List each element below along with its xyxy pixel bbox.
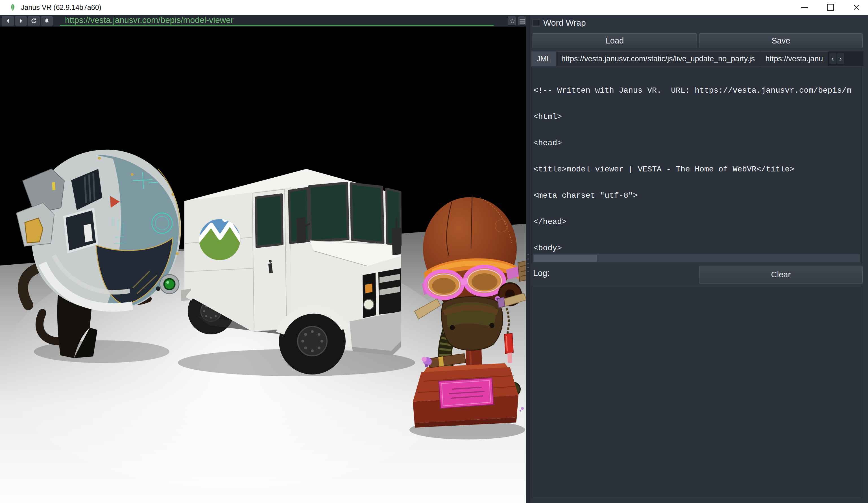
horizontal-scrollbar[interactable] — [533, 254, 860, 262]
clear-log-button[interactable]: Clear — [699, 266, 862, 284]
close-button[interactable] — [852, 3, 861, 12]
star-icon: ☆ — [509, 17, 515, 25]
url-bar[interactable]: https://vesta.janusvr.com/bepis/model-vi… — [65, 15, 234, 25]
forward-button[interactable] — [15, 16, 27, 26]
minimize-icon — [801, 7, 808, 8]
window-titlebar: Janus VR (62.9.14b7a60) — [0, 0, 868, 15]
back-icon — [4, 18, 11, 24]
log-output[interactable] — [531, 286, 862, 498]
bell-icon — [43, 18, 50, 24]
maximize-icon — [827, 4, 834, 11]
menu-icon — [519, 19, 525, 20]
bookmark-button[interactable]: ☆ — [508, 16, 517, 26]
log-label: Log: — [533, 268, 549, 278]
tab-scroll-right-button[interactable]: › — [837, 53, 844, 65]
close-icon — [853, 4, 860, 11]
save-button[interactable]: Save — [699, 33, 862, 48]
code-editor[interactable]: <!-- Written with Janus VR. URL: https:/… — [531, 67, 862, 263]
tab-jml[interactable]: JML — [531, 51, 556, 66]
horizontal-scrollbar-thumb[interactable] — [534, 255, 597, 262]
editor-panel: Word Wrap Load Save JML https://vesta.ja… — [530, 15, 868, 503]
reload-icon — [31, 18, 37, 24]
reload-button[interactable] — [28, 16, 40, 26]
word-wrap-label: Word Wrap — [543, 18, 586, 28]
bell-button[interactable] — [41, 16, 53, 26]
panel-splitter[interactable] — [526, 15, 530, 503]
load-button[interactable]: Load — [533, 33, 697, 48]
stand-plaque — [439, 378, 494, 408]
page-load-progress — [60, 25, 494, 26]
minimize-button[interactable] — [800, 3, 809, 12]
chevron-right-icon: › — [839, 54, 842, 63]
forward-icon — [18, 18, 24, 24]
tab-live-update-script[interactable]: https://vesta.janusvr.com/static/js/live… — [556, 51, 760, 66]
back-button[interactable] — [2, 16, 14, 26]
word-wrap-checkbox[interactable] — [533, 19, 540, 27]
tab-scroll-left-button[interactable]: ‹ — [829, 53, 836, 65]
janus-leaf-icon — [9, 2, 17, 12]
browser-navbar: https://vesta.janusvr.com/bepis/model-vi… — [0, 15, 526, 27]
splitter-grip-icon — [527, 254, 529, 272]
code-content: <!-- Written with Janus VR. URL: https:/… — [534, 69, 851, 263]
editor-tabbar: JML https://vesta.janusvr.com/static/js/… — [531, 51, 864, 66]
maximize-button[interactable] — [826, 3, 835, 12]
menu-button[interactable] — [518, 16, 526, 26]
chevron-left-icon: ‹ — [831, 54, 834, 63]
tab-vesta-script[interactable]: https://vesta.janu — [760, 51, 828, 66]
window-title: Janus VR (62.9.14b7a60) — [21, 3, 101, 12]
viewport-3d-scene[interactable] — [0, 27, 526, 503]
